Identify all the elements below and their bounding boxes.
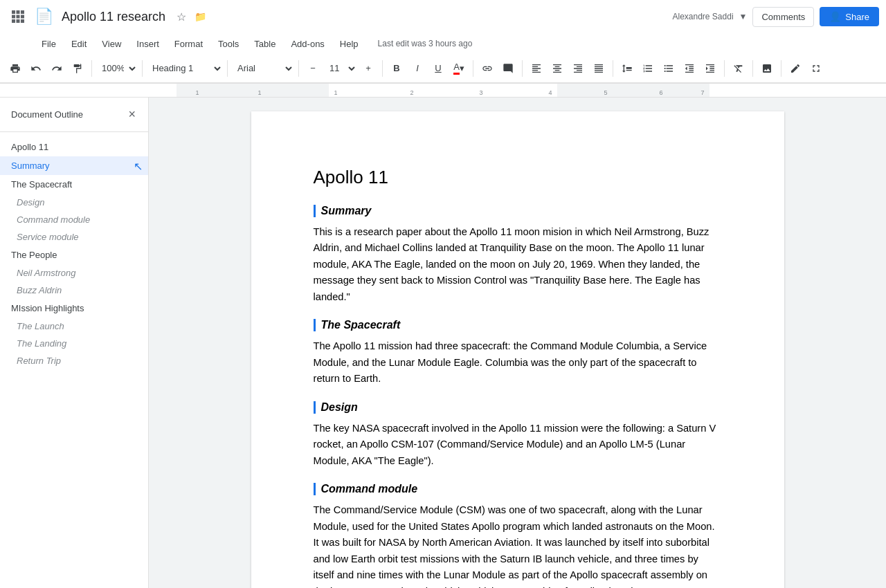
toolbar-divider-11	[781, 60, 781, 77]
decrease-indent-button[interactable]	[680, 58, 699, 79]
font-select[interactable]: Arial Times New Roman Verdana	[232, 58, 294, 79]
bold-button[interactable]: B	[387, 58, 406, 79]
document-title[interactable]: Apollo 11 research	[62, 10, 165, 24]
insert-image-button[interactable]	[757, 58, 777, 79]
menu-insert[interactable]: Insert	[129, 36, 166, 52]
document-page: Apollo 11 Summary This is a research pap…	[251, 111, 784, 588]
increase-font-button[interactable]: +	[359, 58, 378, 79]
align-left-button[interactable]	[527, 58, 546, 79]
svg-rect-8	[21, 19, 24, 23]
section-body-command-module[interactable]: The Command/Service Module (CSM) was one…	[314, 502, 722, 588]
pen-button[interactable]	[786, 58, 805, 79]
text-color-button[interactable]: A▾	[449, 58, 469, 79]
outline-item-buzz[interactable]: Buzz Aldrin	[0, 282, 148, 299]
toolbar-divider-2	[142, 60, 143, 77]
star-icon[interactable]: ☆	[174, 8, 189, 26]
menu-addons[interactable]: Add-ons	[284, 36, 331, 52]
outline-item-apollo11[interactable]: Apollo 11	[0, 138, 148, 156]
outline-item-design[interactable]: Design	[0, 194, 148, 211]
share-button[interactable]: 👤 Share	[820, 7, 879, 26]
app-grid-button[interactable]	[7, 6, 29, 28]
menu-help[interactable]: Help	[333, 36, 365, 52]
menu-table[interactable]: Table	[247, 36, 282, 52]
underline-button[interactable]: U	[428, 58, 448, 79]
toolbar-divider-10	[752, 60, 753, 77]
align-right-button[interactable]	[568, 58, 588, 79]
sidebar-title: Document Outline	[11, 109, 83, 120]
ruler-tick: 2	[410, 89, 413, 96]
outline-item-spacecraft[interactable]: The Spacecraft	[0, 175, 148, 194]
increase-indent-button[interactable]	[700, 58, 720, 79]
toolbar: 100% 75% 125% Heading 1 Heading 2 Normal…	[0, 54, 886, 83]
outline-item-summary[interactable]: Summary↖	[0, 156, 148, 175]
menu-tools[interactable]: Tools	[211, 36, 246, 52]
ruler-tick: 3	[479, 89, 482, 96]
link-button[interactable]	[478, 58, 497, 79]
comment-button[interactable]	[498, 58, 518, 79]
menu-view[interactable]: View	[95, 36, 128, 52]
user-name: Alexandre Saddi	[672, 12, 733, 21]
section-body-spacecraft[interactable]: The Apollo 11 mission had three spacecra…	[314, 338, 722, 387]
outline-item-neil[interactable]: Neil Armstrong	[0, 264, 148, 282]
outline-item-people[interactable]: The People	[0, 246, 148, 264]
toolbar-divider-8	[613, 60, 613, 77]
undo-button[interactable]	[26, 58, 46, 79]
heading-style-select[interactable]: Heading 1 Heading 2 Normal text Title	[147, 58, 223, 79]
docs-app-icon: 📄	[35, 8, 53, 26]
outline-item-launch[interactable]: The Launch	[0, 318, 148, 335]
toolbar-divider-9	[724, 60, 725, 77]
zoom-select[interactable]: 100% 75% 125%	[96, 58, 138, 79]
decrease-font-button[interactable]: −	[303, 58, 323, 79]
section-design: Design The key NASA spacecraft involved …	[314, 401, 722, 469]
menu-file[interactable]: File	[35, 36, 63, 52]
section-heading-command-module: Command module	[314, 483, 722, 495]
align-center-button[interactable]	[548, 58, 567, 79]
line-spacing-button[interactable]	[617, 58, 637, 79]
svg-rect-2	[21, 10, 24, 14]
comments-button[interactable]: Comments	[752, 7, 814, 27]
last-edit-status: Last edit was 3 hours ago	[378, 39, 473, 48]
align-justify-button[interactable]	[589, 58, 608, 79]
outline-item-mission-highlights[interactable]: MIssion Highlights	[0, 299, 148, 318]
close-sidebar-button[interactable]: ×	[127, 106, 137, 123]
sidebar-header: Document Outline ×	[0, 98, 148, 132]
bullet-list-button[interactable]	[659, 58, 678, 79]
top-bar: 📄 Apollo 11 research ☆ 📁 Alexandre Saddi…	[0, 0, 886, 84]
outline-item-return[interactable]: Return Trip	[0, 352, 148, 369]
italic-button[interactable]: I	[408, 58, 427, 79]
outline-item-service-module[interactable]: Service module	[0, 228, 148, 246]
main-area: Document Outline × Apollo 11 Summary↖ Th…	[0, 98, 886, 588]
section-body-summary[interactable]: This is a research paper about the Apoll…	[314, 224, 722, 305]
section-heading-summary: Summary	[314, 205, 722, 217]
redo-button[interactable]	[47, 58, 66, 79]
clear-formatting-button[interactable]	[729, 58, 748, 79]
svg-rect-4	[17, 15, 20, 19]
print-button[interactable]	[6, 58, 25, 79]
menu-edit[interactable]: Edit	[64, 36, 93, 52]
document-area[interactable]: Apollo 11 Summary This is a research pap…	[149, 98, 886, 588]
expand-button[interactable]	[806, 58, 826, 79]
svg-rect-1	[17, 10, 20, 14]
menu-format[interactable]: Format	[168, 36, 210, 52]
folder-icon[interactable]: 📁	[192, 8, 209, 25]
toolbar-divider-6	[473, 60, 473, 77]
share-person-icon: 👤	[829, 11, 841, 22]
section-heading-design: Design	[314, 401, 722, 414]
ruler-tick: 7	[700, 89, 704, 96]
section-body-design[interactable]: The key NASA spacecraft involved in the …	[314, 421, 722, 469]
title-right: Alexandre Saddi ▼ Comments 👤 Share	[672, 7, 879, 27]
outline-item-landing[interactable]: The Landing	[0, 335, 148, 352]
toolbar-divider-1	[91, 60, 92, 77]
svg-rect-6	[12, 19, 15, 23]
section-command-module: Command module The Command/Service Modul…	[314, 483, 722, 588]
document-outline-sidebar: Document Outline × Apollo 11 Summary↖ Th…	[0, 98, 149, 588]
title-bar: 📄 Apollo 11 research ☆ 📁 Alexandre Saddi…	[0, 0, 886, 33]
document-main-title: Apollo 11	[314, 167, 722, 188]
outline-item-command-module[interactable]: Command module	[0, 211, 148, 228]
paint-format-button[interactable]	[68, 58, 87, 79]
user-dropdown-icon[interactable]: ▼	[739, 12, 748, 21]
title-actions: ☆ 📁	[174, 8, 209, 26]
numbered-list-button[interactable]	[638, 58, 658, 79]
font-size-select[interactable]: 11 10 12 14	[324, 58, 357, 79]
section-spacecraft: The Spacecraft The Apollo 11 mission had…	[314, 319, 722, 387]
